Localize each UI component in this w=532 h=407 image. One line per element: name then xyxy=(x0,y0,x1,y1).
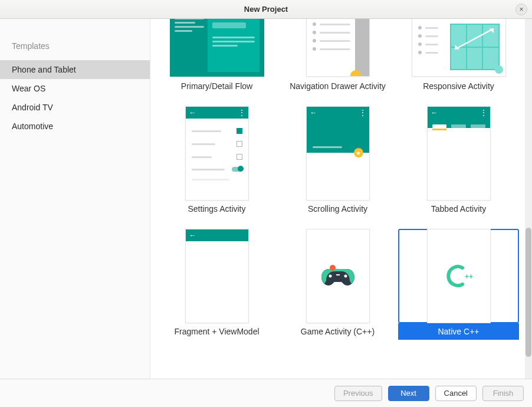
template-thumb xyxy=(398,19,519,78)
sidebar-item-android-tv[interactable]: Android TV xyxy=(0,98,150,117)
scrolling-mock: ← ⋮ ★ xyxy=(306,106,370,201)
more-icon: ⋮ xyxy=(238,109,245,116)
content-area: Templates Phone and Tablet Wear OS Andro… xyxy=(0,19,532,379)
responsive-mock xyxy=(412,19,506,77)
game-mock xyxy=(306,229,370,323)
template-card-scrolling[interactable]: ← ⋮ ★ Scrolling Activity xyxy=(277,106,398,217)
previous-button[interactable]: Previous xyxy=(334,386,382,401)
template-card-nav-drawer[interactable]: Navigation Drawer Activity xyxy=(277,19,398,94)
template-card-responsive[interactable]: Responsive Activity xyxy=(398,19,519,94)
cancel-button[interactable]: Cancel xyxy=(435,386,477,401)
more-icon: ⋮ xyxy=(359,109,366,116)
gamepad-icon xyxy=(320,264,356,288)
template-label: Native C++ xyxy=(398,323,519,340)
template-label: Settings Activity xyxy=(156,201,277,217)
sidebar-section-title: Templates xyxy=(0,35,150,60)
template-card-game-cpp[interactable]: Game Activity (C++) xyxy=(277,229,398,340)
template-card-primary-detail[interactable]: Primary/Detail Flow xyxy=(156,19,277,94)
template-thumb xyxy=(277,229,398,323)
template-label: Game Activity (C++) xyxy=(277,323,398,340)
scrollbar-thumb[interactable] xyxy=(526,228,531,357)
template-thumb: ← ⋮ xyxy=(398,106,519,201)
svg-point-3 xyxy=(330,265,336,271)
close-button[interactable]: × xyxy=(515,4,527,15)
sidebar: Templates Phone and Tablet Wear OS Andro… xyxy=(0,19,150,379)
template-label: Tabbed Activity xyxy=(398,201,519,217)
svg-point-5 xyxy=(344,275,347,278)
vertical-scrollbar[interactable] xyxy=(525,19,532,379)
window-title: New Project xyxy=(244,5,288,14)
title-bar: New Project × xyxy=(0,0,532,19)
template-gallery: Primary/Detail Flow xyxy=(150,19,525,379)
template-card-native-cpp[interactable]: ++ Native C++ xyxy=(398,229,519,340)
template-label: Responsive Activity xyxy=(398,78,519,94)
fragment-mock: ← xyxy=(185,229,249,323)
star-icon: ★ xyxy=(354,148,363,157)
svg-point-4 xyxy=(329,275,331,278)
cpp-icon: ++ xyxy=(441,263,477,289)
template-thumb xyxy=(156,19,277,78)
template-thumb xyxy=(277,19,398,78)
next-button[interactable]: Next xyxy=(388,386,429,401)
sidebar-item-wear-os[interactable]: Wear OS xyxy=(0,79,150,98)
template-label: Navigation Drawer Activity xyxy=(277,78,398,94)
close-icon: × xyxy=(519,5,523,14)
primary-detail-mock xyxy=(170,19,264,77)
sidebar-item-phone-tablet[interactable]: Phone and Tablet xyxy=(0,60,150,79)
back-arrow-icon: ← xyxy=(431,109,438,116)
template-thumb: ← xyxy=(156,229,277,323)
finish-button[interactable]: Finish xyxy=(482,386,524,401)
template-thumb: ++ xyxy=(398,229,519,323)
more-icon: ⋮ xyxy=(480,109,487,116)
svg-text:++: ++ xyxy=(465,273,473,281)
template-label: Primary/Detail Flow xyxy=(156,78,277,94)
back-arrow-icon: ← xyxy=(310,109,317,116)
main-pane: Primary/Detail Flow xyxy=(150,19,532,379)
settings-mock: ← ⋮ xyxy=(185,106,249,201)
wizard-footer: Previous Next Cancel Finish xyxy=(0,379,532,407)
template-card-settings[interactable]: ← ⋮ Settings Activity xyxy=(156,106,277,217)
back-arrow-icon: ← xyxy=(189,232,196,239)
template-thumb: ← ⋮ ★ xyxy=(277,106,398,201)
tabbed-mock: ← ⋮ xyxy=(427,106,491,201)
template-card-fragment-vm[interactable]: ← Fragment + ViewModel xyxy=(156,229,277,340)
sidebar-item-automotive[interactable]: Automotive xyxy=(0,117,150,136)
back-arrow-icon: ← xyxy=(189,109,196,116)
template-label: Fragment + ViewModel xyxy=(156,323,277,340)
native-cpp-mock: ++ xyxy=(427,229,491,323)
svg-rect-6 xyxy=(336,274,340,275)
nav-drawer-mock xyxy=(306,19,370,77)
template-label: Scrolling Activity xyxy=(277,201,398,217)
template-thumb: ← ⋮ xyxy=(156,106,277,201)
template-card-tabbed[interactable]: ← ⋮ Tabbed Activity xyxy=(398,106,519,217)
